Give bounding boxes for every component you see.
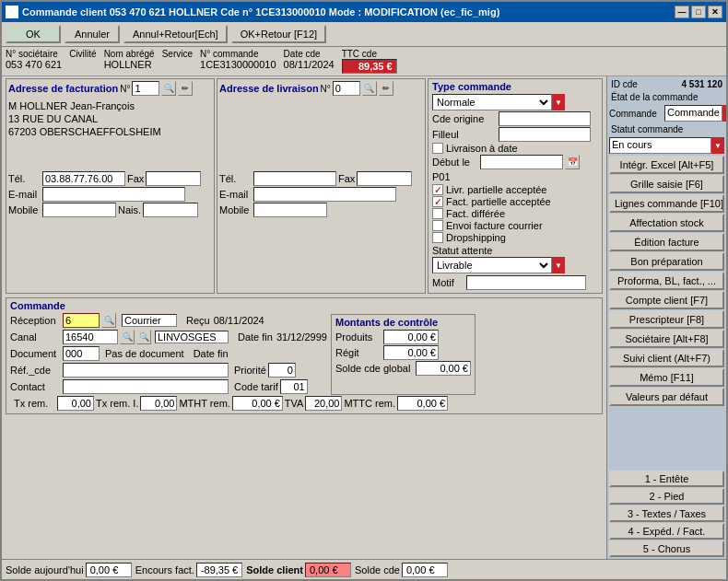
nav-item-pied[interactable]: 2 - Pied xyxy=(609,488,724,505)
montants-title: Montants de contrôle xyxy=(335,317,471,328)
priorite-input[interactable] xyxy=(268,363,296,378)
maximize-button[interactable]: □ xyxy=(691,6,706,18)
sidebar-btn-proforma[interactable]: Proforma, BL, fact., ... xyxy=(609,272,724,290)
email-input-fact[interactable] xyxy=(42,187,185,202)
ok-retour-button[interactable]: OK+Retour [F12] xyxy=(231,25,326,43)
filleul-input[interactable] xyxy=(499,127,591,142)
motif-input[interactable] xyxy=(466,275,586,290)
addr-facturation-header: Adresse de facturation N° 🔍 ✏ xyxy=(8,81,212,96)
dropshipping-checkbox[interactable] xyxy=(432,232,443,243)
tx-rem-input[interactable] xyxy=(57,396,94,411)
contact-row: Contact Code tarif xyxy=(10,379,327,394)
commande-dropdown-arrow[interactable]: ▼ xyxy=(722,105,726,122)
document-row: Document Pas de document Date fin xyxy=(10,346,327,361)
tva-input[interactable] xyxy=(305,396,342,411)
addr-livr-search-icon[interactable]: 🔍 xyxy=(362,81,377,96)
email-input-livr[interactable] xyxy=(253,187,396,202)
solde-client-value: 0,00 € xyxy=(305,563,351,577)
fact-partielle-checkbox[interactable]: ✓ xyxy=(432,196,443,207)
nav-item-chorus[interactable]: 5 - Chorus xyxy=(609,540,724,557)
annul-retour-button[interactable]: Annul+Retour[Ech] xyxy=(123,25,228,43)
regit-row: Régit xyxy=(335,345,471,360)
commande-label: Commande xyxy=(609,109,664,119)
contact-input[interactable] xyxy=(63,379,229,394)
mobile-input-fact[interactable] xyxy=(42,203,116,217)
sidebar-btn-integr[interactable]: Intégr. Excel [Alt+F5] xyxy=(609,156,724,174)
produits-input[interactable] xyxy=(383,330,439,344)
debut-le-cal-icon[interactable]: 📅 xyxy=(565,155,580,169)
filleul-row: Filleul xyxy=(432,127,598,142)
addr-line-2: 13 RUE DU CANAL xyxy=(8,112,212,125)
canal-search1-icon[interactable]: 🔍 xyxy=(120,330,135,344)
mttc-rem-label: MTTC rem. xyxy=(344,398,395,409)
envoi-facture-checkbox[interactable] xyxy=(432,220,443,231)
fact-differee-checkbox[interactable] xyxy=(432,208,443,219)
date-cde-group: Date cde 08/11/2024 xyxy=(284,49,335,70)
mobile-row-fact: Mobile Nais. xyxy=(8,203,212,217)
fax-label-fact: Fax xyxy=(127,173,144,184)
canal-search2-icon[interactable]: 🔍 xyxy=(136,330,151,344)
close-button[interactable]: ✕ xyxy=(708,6,722,18)
n-societe-group: N° sociétaire 053 470 621 xyxy=(6,49,62,70)
tel-input-fact[interactable] xyxy=(42,171,125,186)
sidebar-btn-memo[interactable]: Mémo [F11] xyxy=(609,368,724,387)
document-input[interactable] xyxy=(63,346,100,361)
sidebar-btn-suivi[interactable]: Suivi client (Alt+F7) xyxy=(609,349,724,367)
debut-le-input[interactable] xyxy=(480,155,563,169)
type-select[interactable]: Normale xyxy=(432,94,552,110)
sidebar-btn-compte[interactable]: Compte client [F7] xyxy=(609,291,724,309)
n-commande-label: N° commande xyxy=(200,49,276,59)
canal-input[interactable] xyxy=(63,330,118,344)
statut-dropdown-row: En cours ▼ xyxy=(609,137,724,154)
sidebar-btn-valeurs[interactable]: Valeurs par défaut xyxy=(609,388,724,406)
addr-fact-edit-icon[interactable]: ✏ xyxy=(178,81,193,96)
annuler-button[interactable]: Annuler xyxy=(65,25,120,43)
type-dropdown-arrow[interactable]: ▼ xyxy=(552,94,565,110)
minimize-button[interactable]: — xyxy=(675,6,689,18)
livraison-date-checkbox[interactable] xyxy=(432,143,443,154)
fax-input-fact[interactable] xyxy=(146,171,201,186)
statut-dropdown-arrow[interactable]: ▼ xyxy=(552,257,565,273)
nais-input-fact[interactable] xyxy=(143,203,198,217)
cde-origine-input[interactable] xyxy=(499,111,591,126)
sidebar-btn-prescripteur[interactable]: Prescripteur [F8] xyxy=(609,310,724,329)
ref-cde-input[interactable] xyxy=(63,363,229,378)
addr-fact-n-input[interactable] xyxy=(132,81,159,96)
nav-item-entete[interactable]: 1 - Entête xyxy=(609,471,724,487)
sidebar-btn-affectation[interactable]: Affectation stock xyxy=(609,214,724,232)
nav-item-textes[interactable]: 3 - Textes / Taxes xyxy=(609,505,724,522)
tel-input-livr[interactable] xyxy=(253,171,336,186)
reception-input[interactable] xyxy=(63,313,100,328)
sidebar-btn-edition[interactable]: Édition facture xyxy=(609,233,724,251)
reception-search-icon[interactable]: 🔍 xyxy=(101,313,116,328)
addr-livr-n-input[interactable] xyxy=(333,81,360,96)
fax-input-livr[interactable] xyxy=(357,171,412,186)
code-tarif-label: Code tarif xyxy=(234,381,278,392)
commande-value: Commande xyxy=(664,105,722,122)
statut-dropdown-arrow[interactable]: ▼ xyxy=(711,137,724,154)
code-tarif-input[interactable] xyxy=(280,379,308,394)
date-cde-label: Date cde xyxy=(284,49,335,59)
filleul-label: Filleul xyxy=(432,129,497,140)
sidebar-btn-societaire[interactable]: Sociétaire [Alt+F8] xyxy=(609,330,724,348)
livr-partielle-checkbox[interactable]: ✓ xyxy=(432,184,443,195)
solde-cde-label: Solde cde xyxy=(355,564,400,575)
mtht-rem-input[interactable] xyxy=(232,396,283,411)
nav-item-exped[interactable]: 4 - Expéd. / Fact. xyxy=(609,523,724,540)
regit-input[interactable] xyxy=(383,345,439,360)
sidebar-btn-bon[interactable]: Bon préparation xyxy=(609,252,724,271)
sidebar-btn-lignes[interactable]: Lignes commande [F10] xyxy=(609,194,724,213)
statut-select[interactable]: Livrable xyxy=(432,257,552,273)
addr-fact-n-label: N° xyxy=(120,84,130,94)
mttc-rem-input[interactable] xyxy=(397,396,448,411)
n-societe-value: 053 470 621 xyxy=(6,59,62,70)
sidebar-btn-grille[interactable]: Grille saisie [F6] xyxy=(609,175,724,193)
mobile-label-livr: Mobile xyxy=(219,204,252,215)
ok-button[interactable]: OK xyxy=(6,25,61,43)
tx-rem-i-input[interactable] xyxy=(140,396,177,411)
mobile-input-livr[interactable] xyxy=(253,203,327,217)
addr-livr-edit-icon[interactable]: ✏ xyxy=(379,81,393,96)
addr-line-3: 67203 OBERSCHAEFFOLSHEIM xyxy=(8,125,212,138)
addr-fact-search-icon[interactable]: 🔍 xyxy=(161,81,176,96)
solde-global-input[interactable] xyxy=(416,361,471,376)
